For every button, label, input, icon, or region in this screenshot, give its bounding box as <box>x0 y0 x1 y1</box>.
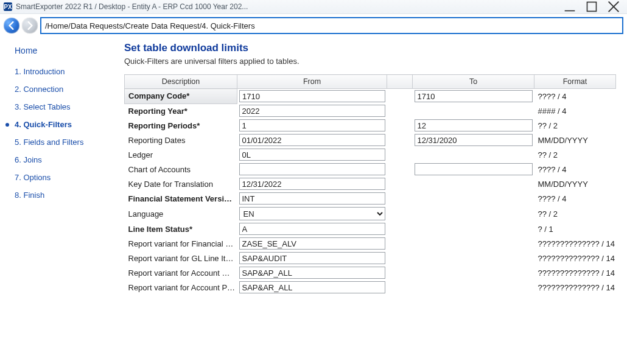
from-input[interactable] <box>239 119 385 131</box>
row-description[interactable]: Report variant for Financial Stae <box>125 236 237 251</box>
sidebar-step-3[interactable]: 3. Select Tables <box>0 98 116 116</box>
row-description[interactable]: Report variant for GL Line Items <box>125 251 237 265</box>
table-row: Line Item Status*? / 1 <box>125 222 616 236</box>
sidebar-step-8[interactable]: 8. Finish <box>0 186 116 204</box>
table-row: Report variant for Financial Stae???????… <box>125 236 616 251</box>
from-input[interactable] <box>239 105 385 117</box>
table-header-row: Description From To Format <box>125 75 616 89</box>
nav-back-button[interactable] <box>4 18 19 33</box>
sidebar-step-7[interactable]: 7. Options <box>0 169 116 186</box>
sidebar: Home 1. Introduction2. Connection3. Sele… <box>0 38 116 364</box>
from-input[interactable] <box>239 134 385 146</box>
sidebar-step-4[interactable]: 4. Quick-Filters <box>0 116 116 133</box>
row-format: ? / 1 <box>534 222 616 236</box>
row-to-cell <box>413 265 534 280</box>
titlebar: PX SmartExporter 2022 R1 / Desktop - Ent… <box>0 0 627 14</box>
nav-forward-button[interactable] <box>22 18 38 33</box>
row-description[interactable]: Reporting Dates <box>125 133 237 147</box>
col-from[interactable]: From <box>237 75 387 89</box>
to-input[interactable] <box>415 134 533 146</box>
from-input[interactable] <box>239 192 385 205</box>
row-description[interactable]: Company Code* <box>125 89 237 104</box>
table-row: Chart of Accounts???? / 4 <box>125 162 616 177</box>
minimize-button[interactable] <box>564 2 576 12</box>
from-input[interactable] <box>239 252 385 264</box>
row-description[interactable]: Chart of Accounts <box>125 162 237 177</box>
table-row: Report variant for GL Line Items????????… <box>125 251 616 265</box>
from-input[interactable] <box>239 237 385 250</box>
row-format: #### / 4 <box>534 103 616 118</box>
row-to-cell <box>413 177 534 191</box>
to-input[interactable] <box>415 163 533 175</box>
row-to-cell <box>413 191 534 206</box>
to-input[interactable] <box>415 90 533 102</box>
navigation-bar: /Home/Data Requests/Create Data Request/… <box>4 16 623 35</box>
row-format: MM/DD/YYYY <box>534 133 616 147</box>
row-from-cell <box>237 89 387 104</box>
row-to-cell <box>413 280 534 295</box>
row-format: ?????????????? / 14 <box>534 280 616 295</box>
from-input[interactable] <box>239 281 385 293</box>
row-description[interactable]: Report variant for Account Rece <box>125 265 237 280</box>
row-description[interactable]: Reporting Periods* <box>125 118 237 133</box>
row-description[interactable]: Language <box>125 206 237 222</box>
row-from-cell <box>237 236 387 251</box>
row-from-cell <box>237 191 387 206</box>
row-description[interactable]: Report variant for Account Paya <box>125 280 237 295</box>
window-title: SmartExporter 2022 R1 / Desktop - Entity… <box>16 2 564 11</box>
from-input[interactable] <box>239 267 385 279</box>
row-from-cell <box>237 103 387 118</box>
row-from-cell <box>237 162 387 177</box>
row-to-cell <box>413 236 534 251</box>
row-description[interactable]: Financial Statement Version* <box>125 191 237 206</box>
content: Set table download limits Quick-Filters … <box>116 38 627 364</box>
row-description[interactable]: Ledger <box>125 147 237 162</box>
row-to-cell <box>413 162 534 177</box>
row-to-cell <box>413 89 534 104</box>
table-row: Reporting Periods*?? / 2 <box>125 118 616 133</box>
sidebar-step-1[interactable]: 1. Introduction <box>0 63 116 80</box>
wizard-steps: 1. Introduction2. Connection3. Select Ta… <box>0 63 116 204</box>
row-format: ?????????????? / 14 <box>534 251 616 265</box>
app-icon: PX <box>4 2 12 11</box>
table-row: Ledger?? / 2 <box>125 147 616 162</box>
from-input[interactable] <box>239 178 385 190</box>
row-from-cell <box>237 118 387 133</box>
row-format: ???? / 4 <box>534 89 616 104</box>
row-description[interactable]: Reporting Year* <box>125 103 237 118</box>
row-description[interactable]: Line Item Status* <box>125 222 237 236</box>
row-format: ?? / 2 <box>534 118 616 133</box>
row-from-cell: EN <box>237 206 387 222</box>
row-from-cell <box>237 147 387 162</box>
col-description[interactable]: Description <box>125 75 237 89</box>
table-row: Company Code*???? / 4 <box>125 89 616 104</box>
breadcrumb[interactable]: /Home/Data Requests/Create Data Request/… <box>40 17 623 34</box>
sidebar-step-2[interactable]: 2. Connection <box>0 80 116 98</box>
sidebar-step-6[interactable]: 6. Joins <box>0 151 116 169</box>
quick-filters-table: Description From To Format Company Code*… <box>124 74 616 295</box>
sidebar-step-5[interactable]: 5. Fields and Filters <box>0 133 116 151</box>
from-input[interactable] <box>239 90 385 102</box>
row-to-cell <box>413 118 534 133</box>
row-description[interactable]: Key Date for Translation <box>125 177 237 191</box>
table-row: Report variant for Account Rece?????????… <box>125 265 616 280</box>
sidebar-home[interactable]: Home <box>0 42 116 63</box>
close-button[interactable] <box>608 2 620 12</box>
from-input[interactable] <box>239 163 385 175</box>
row-from-cell <box>237 265 387 280</box>
row-from-cell <box>237 280 387 295</box>
row-to-cell <box>413 222 534 236</box>
from-input[interactable] <box>239 223 385 235</box>
from-select[interactable]: EN <box>239 207 385 220</box>
row-from-cell <box>237 177 387 191</box>
maximize-button[interactable] <box>586 2 598 12</box>
row-format: MM/DD/YYYY <box>534 177 616 191</box>
from-input[interactable] <box>239 149 385 161</box>
to-input[interactable] <box>415 119 533 131</box>
row-from-cell <box>237 222 387 236</box>
row-to-cell <box>413 147 534 162</box>
col-format[interactable]: Format <box>534 75 616 89</box>
table-row: Report variant for Account Paya?????????… <box>125 280 616 295</box>
col-to[interactable]: To <box>413 75 534 89</box>
row-format: ?????????????? / 14 <box>534 236 616 251</box>
